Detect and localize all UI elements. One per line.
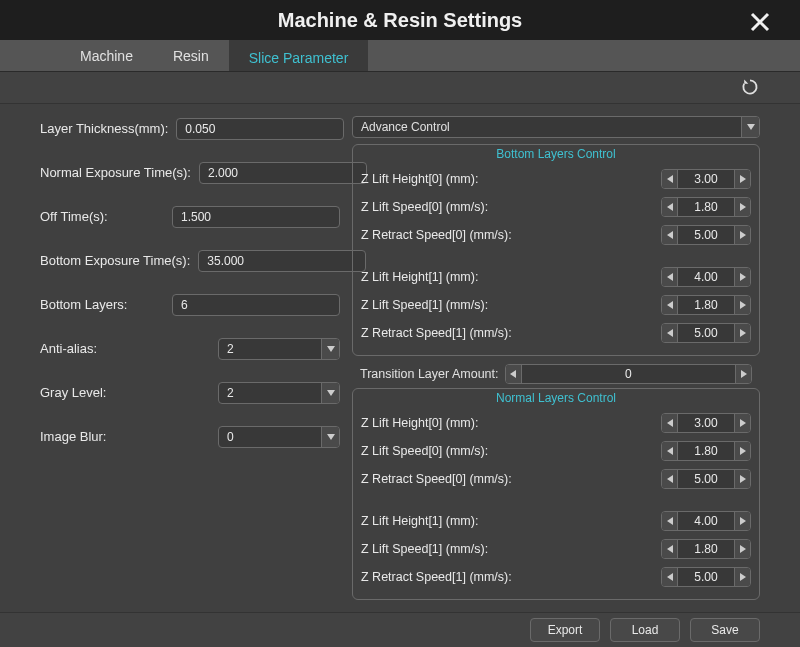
gray-level-select[interactable]: 2 <box>218 382 340 404</box>
normal-lift-height-0-value: 3.00 <box>678 414 734 432</box>
bottom-retract-speed-1-label: Z Retract Speed[1] (mm/s): <box>361 326 655 340</box>
decrement-button[interactable] <box>662 324 678 342</box>
bottom-lift-height-1-label: Z Lift Height[1] (mm): <box>361 270 655 284</box>
bottom-lift-speed-1-row: Z Lift Speed[1] (mm/s): 1.80 <box>361 295 751 315</box>
tab-resin[interactable]: Resin <box>153 40 229 71</box>
increment-button[interactable] <box>734 442 750 460</box>
bottom-lift-height-0-row: Z Lift Height[0] (mm): 3.00 <box>361 169 751 189</box>
anti-alias-select[interactable]: 2 <box>218 338 340 360</box>
refresh-button[interactable] <box>740 77 760 97</box>
transition-layer-row: Transition Layer Amount: 0 <box>360 364 752 384</box>
anti-alias-label: Anti-alias: <box>40 341 210 356</box>
bottom-retract-speed-1-row: Z Retract Speed[1] (mm/s): 5.00 <box>361 323 751 343</box>
normal-retract-speed-0-value: 5.00 <box>678 470 734 488</box>
decrement-button[interactable] <box>662 568 678 586</box>
decrement-button[interactable] <box>662 170 678 188</box>
normal-retract-speed-1-spinner[interactable]: 5.00 <box>661 567 751 587</box>
bottom-lift-speed-1-value: 1.80 <box>678 296 734 314</box>
normal-lift-speed-1-spinner[interactable]: 1.80 <box>661 539 751 559</box>
content-area: Layer Thickness(mm): Normal Exposure Tim… <box>0 104 800 612</box>
close-button[interactable] <box>748 10 776 38</box>
bottom-lift-height-1-row: Z Lift Height[1] (mm): 4.00 <box>361 267 751 287</box>
layer-thickness-label: Layer Thickness(mm): <box>40 121 168 136</box>
increment-button[interactable] <box>734 414 750 432</box>
bottom-lift-height-0-spinner[interactable]: 3.00 <box>661 169 751 189</box>
decrement-button[interactable] <box>662 540 678 558</box>
chevron-right-icon <box>740 175 746 183</box>
decrement-button[interactable] <box>662 414 678 432</box>
off-time-input[interactable] <box>172 206 340 228</box>
export-button[interactable]: Export <box>530 618 600 642</box>
bottom-lift-speed-0-spinner[interactable]: 1.80 <box>661 197 751 217</box>
decrement-button[interactable] <box>506 365 522 383</box>
increment-button[interactable] <box>734 512 750 530</box>
chevron-left-icon <box>667 203 673 211</box>
advance-control-value: Advance Control <box>361 120 741 134</box>
bottom-layers-input[interactable] <box>172 294 340 316</box>
bottom-retract-speed-0-label: Z Retract Speed[0] (mm/s): <box>361 228 655 242</box>
increment-button[interactable] <box>734 470 750 488</box>
increment-button[interactable] <box>734 268 750 286</box>
normal-exposure-input[interactable] <box>199 162 367 184</box>
chevron-right-icon <box>740 517 746 525</box>
normal-lift-speed-0-spinner[interactable]: 1.80 <box>661 441 751 461</box>
bottom-lift-speed-0-value: 1.80 <box>678 198 734 216</box>
tab-slice-parameter[interactable]: Slice Parameter <box>229 40 369 71</box>
decrement-button[interactable] <box>662 470 678 488</box>
advance-control-select[interactable]: Advance Control <box>352 116 760 138</box>
bottom-layers-label: Bottom Layers: <box>40 297 164 312</box>
chevron-left-icon <box>667 175 673 183</box>
decrement-button[interactable] <box>662 442 678 460</box>
gray-level-row: Gray Level: 2 <box>40 382 340 404</box>
layer-thickness-input[interactable] <box>176 118 344 140</box>
decrement-button[interactable] <box>662 296 678 314</box>
image-blur-row: Image Blur: 0 <box>40 426 340 448</box>
bottom-exposure-input[interactable] <box>198 250 366 272</box>
load-button[interactable]: Load <box>610 618 680 642</box>
chevron-right-icon <box>740 301 746 309</box>
decrement-button[interactable] <box>662 268 678 286</box>
increment-button[interactable] <box>734 198 750 216</box>
settings-window: Machine & Resin Settings Machine Resin S… <box>0 0 800 647</box>
chevron-down-icon <box>321 339 339 359</box>
layer-thickness-row: Layer Thickness(mm): <box>40 118 340 140</box>
increment-button[interactable] <box>734 324 750 342</box>
decrement-button[interactable] <box>662 198 678 216</box>
increment-button[interactable] <box>734 568 750 586</box>
bottom-layers-row: Bottom Layers: <box>40 294 340 316</box>
normal-lift-height-1-spinner[interactable]: 4.00 <box>661 511 751 531</box>
normal-lift-height-0-spinner[interactable]: 3.00 <box>661 413 751 433</box>
decrement-button[interactable] <box>662 512 678 530</box>
bottom-lift-height-0-value: 3.00 <box>678 170 734 188</box>
normal-layers-slot0: Z Lift Height[0] (mm): 3.00 Z Lift Speed… <box>361 409 751 493</box>
increment-button[interactable] <box>734 170 750 188</box>
chevron-left-icon <box>667 447 673 455</box>
increment-button[interactable] <box>735 365 751 383</box>
normal-lift-height-1-row: Z Lift Height[1] (mm): 4.00 <box>361 511 751 531</box>
chevron-right-icon <box>740 545 746 553</box>
bottom-retract-speed-1-spinner[interactable]: 5.00 <box>661 323 751 343</box>
image-blur-value: 0 <box>227 430 321 444</box>
bottom-lift-height-1-spinner[interactable]: 4.00 <box>661 267 751 287</box>
normal-retract-speed-0-spinner[interactable]: 5.00 <box>661 469 751 489</box>
increment-button[interactable] <box>734 540 750 558</box>
basic-params-column: Layer Thickness(mm): Normal Exposure Tim… <box>40 116 340 604</box>
chevron-left-icon <box>667 273 673 281</box>
normal-exposure-row: Normal Exposure Time(s): <box>40 162 340 184</box>
gray-level-label: Gray Level: <box>40 385 210 400</box>
bottom-lift-speed-1-spinner[interactable]: 1.80 <box>661 295 751 315</box>
increment-button[interactable] <box>734 226 750 244</box>
bottom-layers-title: Bottom Layers Control <box>361 147 751 161</box>
bottom-retract-speed-0-spinner[interactable]: 5.00 <box>661 225 751 245</box>
increment-button[interactable] <box>734 296 750 314</box>
chevron-left-icon <box>667 573 673 581</box>
normal-retract-speed-0-label: Z Retract Speed[0] (mm/s): <box>361 472 655 486</box>
transition-layer-value: 0 <box>522 365 736 383</box>
tab-bar: Machine Resin Slice Parameter <box>0 40 800 72</box>
transition-layer-spinner[interactable]: 0 <box>505 364 753 384</box>
decrement-button[interactable] <box>662 226 678 244</box>
image-blur-select[interactable]: 0 <box>218 426 340 448</box>
save-button[interactable]: Save <box>690 618 760 642</box>
chevron-left-icon <box>667 419 673 427</box>
tab-machine[interactable]: Machine <box>60 40 153 71</box>
